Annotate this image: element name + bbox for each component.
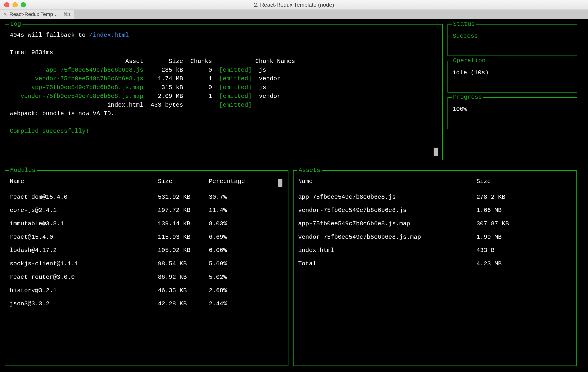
operation-value: idle (10s) — [452, 68, 572, 77]
table-row: index.html433 B — [298, 244, 572, 257]
window-titlebar: 2. React-Redux Template (node) — [0, 0, 588, 10]
asset-size: 1.99 MB — [476, 233, 572, 242]
status-value: Success — [452, 31, 572, 41]
table-row: json3@3.3.242.28 KB2.44% — [10, 297, 283, 311]
modules-panel: Modules Name Size Percentage react-dom@1… — [5, 170, 288, 366]
module-size: 105.02 KB — [158, 246, 209, 255]
asset-size: 4.23 MB — [476, 259, 572, 268]
log-panel-title: Log — [9, 20, 22, 29]
module-size: 139.14 KB — [158, 219, 209, 228]
asset-name: Total — [298, 259, 476, 268]
log-panel: Log 404s will fallback to /index.html Ti… — [5, 24, 443, 160]
progress-panel-title: Progress — [452, 93, 483, 102]
assets-header-name: Name — [298, 177, 476, 186]
module-pct: 6.06% — [209, 246, 283, 255]
table-row: core-js@2.4.1197.72 KB11.4% — [10, 204, 283, 217]
module-name: history@3.2.1 — [10, 286, 158, 295]
tab-strip: ✕ React-Redux Temp… ⌘1 — [0, 10, 588, 19]
table-row: app-75fb0ee549c7b8c6b6e8.js.map307.87 KB — [298, 217, 572, 231]
module-name: react@15.4.0 — [10, 233, 158, 242]
module-size: 115.93 KB — [158, 233, 209, 242]
asset-size: 433 B — [476, 246, 572, 255]
asset-size: 278.2 KB — [476, 193, 572, 202]
modules-header-row: Name Size Percentage — [10, 177, 283, 191]
table-row: react@15.4.0115.93 KB6.69% — [10, 231, 283, 244]
asset-size: 1.66 MB — [476, 206, 572, 215]
module-size: 86.92 KB — [158, 273, 209, 282]
table-row: vendor-75fb0ee549c7b8c6b6e8.js1.66 MB — [298, 204, 572, 217]
module-name: immutable@3.8.1 — [10, 219, 158, 228]
modules-header-pct: Percentage — [209, 177, 283, 186]
close-tab-icon[interactable]: ✕ — [3, 12, 7, 17]
asset-name: vendor-75fb0ee549c7b8c6b6e8.js — [298, 206, 476, 215]
module-name: core-js@2.4.1 — [10, 206, 158, 215]
module-size: 531.92 KB — [158, 193, 209, 202]
module-name: lodash@4.17.2 — [10, 246, 158, 255]
assets-header-row: Name Size — [298, 177, 572, 191]
modules-header-name: Name — [10, 177, 158, 186]
module-size: 98.54 KB — [158, 259, 209, 268]
table-row: immutable@3.8.1139.14 KB8.03% — [10, 217, 283, 231]
modules-panel-title: Modules — [9, 166, 37, 175]
module-pct: 2.68% — [209, 286, 283, 295]
modules-header-size: Size — [158, 177, 209, 186]
module-name: json3@3.3.2 — [10, 300, 158, 308]
module-size: 46.35 KB — [158, 286, 209, 295]
progress-value: 100% — [452, 104, 572, 114]
assets-header-size: Size — [476, 177, 572, 186]
status-panel: Status Success — [448, 24, 577, 56]
module-pct: 6.69% — [209, 233, 283, 242]
asset-size: 307.87 KB — [476, 219, 572, 228]
asset-name: index.html — [298, 246, 476, 255]
asset-name: app-75fb0ee549c7b8c6b6e8.js — [298, 193, 476, 202]
log-output: 404s will fallback to /index.html Time: … — [10, 31, 438, 135]
operation-panel: Operation idle (10s) — [448, 61, 577, 93]
table-row: lodash@4.17.2105.02 KB6.06% — [10, 244, 283, 257]
table-row: react-dom@15.4.0531.92 KB30.7% — [10, 191, 283, 204]
table-row: app-75fb0ee549c7b8c6b6e8.js278.2 KB — [298, 191, 572, 204]
terminal-area[interactable]: Log 404s will fallback to /index.html Ti… — [0, 19, 588, 372]
tab-shortcut: ⌘1 — [63, 11, 71, 17]
module-size: 42.28 KB — [158, 300, 209, 308]
table-row: sockjs-client@1.1.198.54 KB5.69% — [10, 257, 283, 271]
scrollbar-thumb-icon[interactable] — [278, 179, 283, 187]
module-name: sockjs-client@1.1.1 — [10, 259, 158, 268]
module-pct: 11.4% — [209, 206, 283, 215]
module-pct: 2.44% — [209, 300, 283, 308]
window-title: 2. React-Redux Template (node) — [0, 2, 588, 8]
module-pct: 5.02% — [209, 273, 283, 282]
table-row: vendor-75fb0ee549c7b8c6b6e8.js.map1.99 M… — [298, 231, 572, 244]
assets-panel-title: Assets — [297, 166, 322, 175]
operation-panel-title: Operation — [452, 56, 487, 65]
module-pct: 8.03% — [209, 219, 283, 228]
module-pct: 5.69% — [209, 259, 283, 268]
status-panel-title: Status — [452, 20, 476, 29]
terminal-cursor-icon — [434, 148, 438, 156]
asset-name: app-75fb0ee549c7b8c6b6e8.js.map — [298, 219, 476, 228]
table-row: history@3.2.146.35 KB2.68% — [10, 284, 283, 298]
module-name: react-dom@15.4.0 — [10, 193, 158, 202]
module-size: 197.72 KB — [158, 206, 209, 215]
module-pct: 30.7% — [209, 193, 283, 202]
asset-name: vendor-75fb0ee549c7b8c6b6e8.js.map — [298, 233, 476, 242]
table-row: react-router@3.0.086.92 KB5.02% — [10, 271, 283, 284]
module-name: react-router@3.0.0 — [10, 273, 158, 282]
tab-active[interactable]: ✕ React-Redux Temp… ⌘1 — [0, 10, 74, 19]
assets-panel: Assets Name Size app-75fb0ee549c7b8c6b6e… — [293, 170, 577, 366]
tab-label: React-Redux Temp… — [10, 11, 58, 17]
progress-panel: Progress 100% — [448, 97, 577, 129]
table-row: Total4.23 MB — [298, 257, 572, 271]
